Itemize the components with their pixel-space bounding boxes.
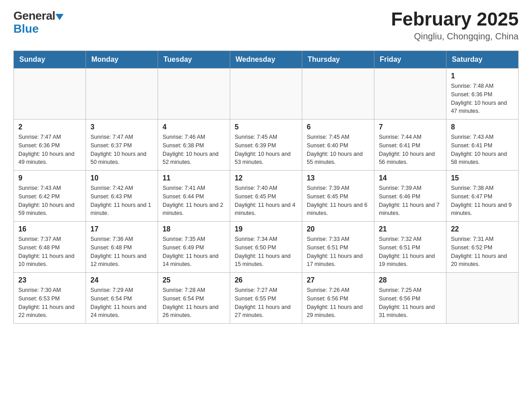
calendar-cell: 5Sunrise: 7:45 AM Sunset: 6:39 PM Daylig… — [230, 120, 302, 171]
day-info: Sunrise: 7:46 AM Sunset: 6:38 PM Dayligh… — [163, 133, 225, 167]
day-of-week-header: Wednesday — [230, 51, 302, 68]
day-number: 6 — [307, 123, 369, 131]
logo-general-text: General — [13, 9, 55, 23]
day-info: Sunrise: 7:29 AM Sunset: 6:54 PM Dayligh… — [90, 286, 153, 320]
day-number: 1 — [451, 72, 514, 80]
calendar-week-row: 9Sunrise: 7:43 AM Sunset: 6:42 PM Daylig… — [14, 171, 519, 222]
calendar-cell — [230, 68, 302, 120]
day-number: 23 — [18, 276, 81, 284]
day-info: Sunrise: 7:30 AM Sunset: 6:53 PM Dayligh… — [18, 286, 81, 320]
calendar-cell: 17Sunrise: 7:36 AM Sunset: 6:48 PM Dayli… — [86, 222, 158, 273]
calendar-table: SundayMondayTuesdayWednesdayThursdayFrid… — [13, 51, 519, 324]
day-number: 19 — [235, 225, 297, 233]
calendar-cell: 16Sunrise: 7:37 AM Sunset: 6:48 PM Dayli… — [14, 222, 86, 273]
day-number: 21 — [379, 225, 442, 233]
calendar-cell: 4Sunrise: 7:46 AM Sunset: 6:38 PM Daylig… — [158, 120, 230, 171]
day-number: 15 — [451, 174, 514, 182]
calendar-cell — [86, 68, 158, 120]
logo-arrow-icon — [56, 14, 64, 20]
day-number: 14 — [379, 174, 442, 182]
day-of-week-header: Friday — [374, 51, 446, 68]
day-info: Sunrise: 7:43 AM Sunset: 6:42 PM Dayligh… — [18, 184, 81, 218]
calendar-cell: 14Sunrise: 7:39 AM Sunset: 6:46 PM Dayli… — [374, 171, 446, 222]
logo-blue-text: Blue — [13, 22, 39, 36]
day-info: Sunrise: 7:37 AM Sunset: 6:48 PM Dayligh… — [18, 235, 81, 269]
calendar-cell: 19Sunrise: 7:34 AM Sunset: 6:50 PM Dayli… — [230, 222, 302, 273]
day-number: 5 — [235, 123, 297, 131]
day-info: Sunrise: 7:39 AM Sunset: 6:46 PM Dayligh… — [379, 184, 442, 218]
day-info: Sunrise: 7:42 AM Sunset: 6:43 PM Dayligh… — [90, 184, 153, 218]
day-info: Sunrise: 7:47 AM Sunset: 6:36 PM Dayligh… — [18, 133, 81, 167]
calendar-cell — [374, 68, 446, 120]
day-of-week-header: Monday — [86, 51, 158, 68]
calendar-cell: 25Sunrise: 7:28 AM Sunset: 6:54 PM Dayli… — [158, 273, 230, 324]
location-label: Qingliu, Chongqing, China — [391, 31, 519, 42]
day-info: Sunrise: 7:35 AM Sunset: 6:49 PM Dayligh… — [163, 235, 225, 269]
calendar-week-row: 1Sunrise: 7:48 AM Sunset: 6:36 PM Daylig… — [14, 68, 519, 120]
day-number: 26 — [235, 276, 297, 284]
day-info: Sunrise: 7:41 AM Sunset: 6:44 PM Dayligh… — [163, 184, 225, 218]
calendar-cell: 9Sunrise: 7:43 AM Sunset: 6:42 PM Daylig… — [14, 171, 86, 222]
calendar-header-row: SundayMondayTuesdayWednesdayThursdayFrid… — [14, 51, 519, 68]
calendar-cell: 27Sunrise: 7:26 AM Sunset: 6:56 PM Dayli… — [302, 273, 374, 324]
title-area: February 2025 Qingliu, Chongqing, China — [391, 9, 519, 42]
day-info: Sunrise: 7:48 AM Sunset: 6:36 PM Dayligh… — [451, 82, 514, 116]
day-info: Sunrise: 7:39 AM Sunset: 6:45 PM Dayligh… — [307, 184, 369, 218]
month-title: February 2025 — [391, 9, 519, 30]
day-info: Sunrise: 7:43 AM Sunset: 6:41 PM Dayligh… — [451, 133, 514, 167]
day-number: 10 — [90, 174, 153, 182]
day-number: 16 — [18, 225, 81, 233]
calendar-cell: 20Sunrise: 7:33 AM Sunset: 6:51 PM Dayli… — [302, 222, 374, 273]
day-info: Sunrise: 7:31 AM Sunset: 6:52 PM Dayligh… — [451, 235, 514, 269]
day-number: 3 — [90, 123, 153, 131]
day-number: 24 — [90, 276, 153, 284]
day-info: Sunrise: 7:27 AM Sunset: 6:55 PM Dayligh… — [235, 286, 297, 320]
day-of-week-header: Saturday — [446, 51, 518, 68]
calendar-cell: 6Sunrise: 7:45 AM Sunset: 6:40 PM Daylig… — [302, 120, 374, 171]
day-info: Sunrise: 7:36 AM Sunset: 6:48 PM Dayligh… — [90, 235, 153, 269]
calendar-cell: 7Sunrise: 7:44 AM Sunset: 6:41 PM Daylig… — [374, 120, 446, 171]
day-of-week-header: Tuesday — [158, 51, 230, 68]
day-number: 25 — [163, 276, 225, 284]
day-info: Sunrise: 7:44 AM Sunset: 6:41 PM Dayligh… — [379, 133, 442, 167]
day-of-week-header: Thursday — [302, 51, 374, 68]
calendar-week-row: 2Sunrise: 7:47 AM Sunset: 6:36 PM Daylig… — [14, 120, 519, 171]
day-info: Sunrise: 7:28 AM Sunset: 6:54 PM Dayligh… — [163, 286, 225, 320]
calendar-cell — [158, 68, 230, 120]
day-number: 28 — [379, 276, 442, 284]
calendar-cell: 23Sunrise: 7:30 AM Sunset: 6:53 PM Dayli… — [14, 273, 86, 324]
calendar-cell: 10Sunrise: 7:42 AM Sunset: 6:43 PM Dayli… — [86, 171, 158, 222]
day-number: 17 — [90, 225, 153, 233]
day-info: Sunrise: 7:33 AM Sunset: 6:51 PM Dayligh… — [307, 235, 369, 269]
calendar-cell — [446, 273, 518, 324]
calendar-cell: 21Sunrise: 7:32 AM Sunset: 6:51 PM Dayli… — [374, 222, 446, 273]
day-of-week-header: Sunday — [14, 51, 86, 68]
calendar-cell: 28Sunrise: 7:25 AM Sunset: 6:56 PM Dayli… — [374, 273, 446, 324]
day-info: Sunrise: 7:25 AM Sunset: 6:56 PM Dayligh… — [379, 286, 442, 320]
day-number: 27 — [307, 276, 369, 284]
day-number: 11 — [163, 174, 225, 182]
day-number: 18 — [163, 225, 225, 233]
day-info: Sunrise: 7:45 AM Sunset: 6:39 PM Dayligh… — [235, 133, 297, 167]
page-header: General Blue February 2025 Qingliu, Chon… — [13, 9, 519, 42]
day-info: Sunrise: 7:34 AM Sunset: 6:50 PM Dayligh… — [235, 235, 297, 269]
day-number: 8 — [451, 123, 514, 131]
day-number: 4 — [163, 123, 225, 131]
calendar-cell: 8Sunrise: 7:43 AM Sunset: 6:41 PM Daylig… — [446, 120, 518, 171]
calendar-cell: 24Sunrise: 7:29 AM Sunset: 6:54 PM Dayli… — [86, 273, 158, 324]
calendar-cell: 18Sunrise: 7:35 AM Sunset: 6:49 PM Dayli… — [158, 222, 230, 273]
calendar-cell: 2Sunrise: 7:47 AM Sunset: 6:36 PM Daylig… — [14, 120, 86, 171]
calendar-cell: 11Sunrise: 7:41 AM Sunset: 6:44 PM Dayli… — [158, 171, 230, 222]
day-info: Sunrise: 7:40 AM Sunset: 6:45 PM Dayligh… — [235, 184, 297, 218]
day-info: Sunrise: 7:45 AM Sunset: 6:40 PM Dayligh… — [307, 133, 369, 167]
day-number: 12 — [235, 174, 297, 182]
calendar-cell: 26Sunrise: 7:27 AM Sunset: 6:55 PM Dayli… — [230, 273, 302, 324]
day-info: Sunrise: 7:38 AM Sunset: 6:47 PM Dayligh… — [451, 184, 514, 218]
calendar-cell: 22Sunrise: 7:31 AM Sunset: 6:52 PM Dayli… — [446, 222, 518, 273]
calendar-cell: 1Sunrise: 7:48 AM Sunset: 6:36 PM Daylig… — [446, 68, 518, 120]
day-info: Sunrise: 7:32 AM Sunset: 6:51 PM Dayligh… — [379, 235, 442, 269]
logo: General Blue — [13, 9, 64, 36]
day-number: 22 — [451, 225, 514, 233]
day-info: Sunrise: 7:47 AM Sunset: 6:37 PM Dayligh… — [90, 133, 153, 167]
calendar-cell: 12Sunrise: 7:40 AM Sunset: 6:45 PM Dayli… — [230, 171, 302, 222]
